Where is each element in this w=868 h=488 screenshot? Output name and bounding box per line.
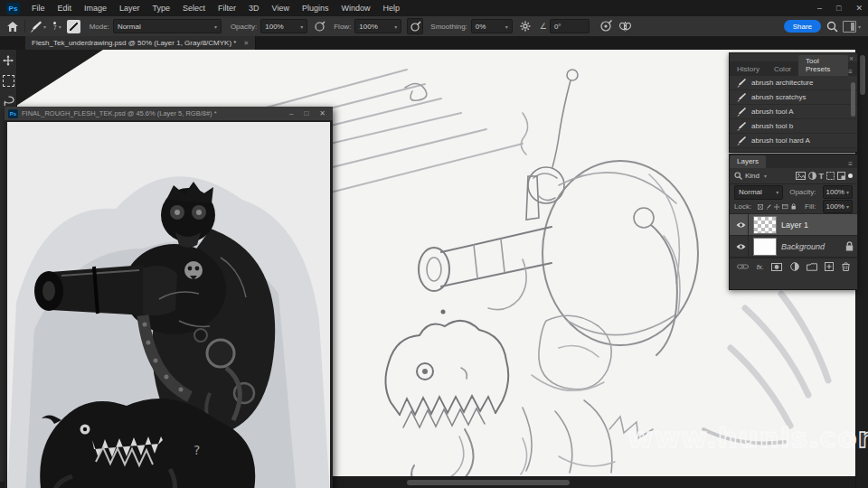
- panel-scrollbar[interactable]: [851, 82, 855, 117]
- home-icon[interactable]: [5, 19, 20, 33]
- scrollbar-thumb[interactable]: [860, 55, 865, 95]
- scrollbar-thumb[interactable]: [407, 480, 570, 485]
- photoshop-logo-icon[interactable]: Ps: [6, 3, 20, 14]
- list-item[interactable]: abrush architecture: [730, 76, 857, 90]
- layer-effects-icon[interactable]: fx.: [757, 263, 764, 271]
- layer-name[interactable]: Layer 1: [781, 221, 808, 230]
- floating-window-titlebar[interactable]: Ps FINAL_ROUGH_FLESH_TEK.psd @ 45.6% (La…: [5, 107, 333, 120]
- layer-opacity-field[interactable]: 100% ▾: [823, 185, 853, 199]
- layer-opacity-value: 100%: [826, 188, 844, 196]
- visibility-toggle[interactable]: [733, 214, 749, 235]
- lock-all-icon[interactable]: [791, 202, 796, 211]
- brush-preset-picker[interactable]: 7: [53, 22, 57, 32]
- minimize-button[interactable]: –: [289, 109, 293, 117]
- flow-select[interactable]: 100% ▾: [354, 19, 401, 33]
- layer-thumbnail[interactable]: [753, 238, 777, 256]
- chevron-down-icon: ▾: [211, 23, 217, 30]
- menu-item-select[interactable]: Select: [176, 4, 212, 13]
- close-tab-icon[interactable]: ✕: [243, 40, 249, 47]
- chevron-down-icon: ▾: [391, 23, 397, 30]
- filter-shape-icon[interactable]: [826, 172, 835, 180]
- maximize-button[interactable]: □: [304, 109, 308, 117]
- search-icon[interactable]: [826, 21, 838, 33]
- lock-artboard-icon[interactable]: [782, 202, 788, 211]
- tab-color[interactable]: Color: [767, 63, 798, 76]
- document-tab[interactable]: Flesh_Tek_underdrawing.psd @ 50% (Layer …: [25, 36, 256, 50]
- floating-window-canvas[interactable]: ?: [7, 122, 330, 488]
- chevron-down-icon: ▾: [764, 173, 767, 179]
- close-button[interactable]: ✕: [855, 4, 863, 13]
- pressure-size-icon[interactable]: [599, 19, 613, 33]
- menu-item-file[interactable]: File: [25, 4, 52, 13]
- list-item[interactable]: abrush tool A: [730, 105, 857, 119]
- mode-label: Mode:: [90, 23, 109, 31]
- marquee-tool-button[interactable]: [3, 75, 14, 87]
- menu-item-layer[interactable]: Layer: [113, 4, 146, 13]
- menu-item-view[interactable]: View: [266, 4, 296, 13]
- layer-lock-icon: [845, 241, 854, 251]
- menu-item-image[interactable]: Image: [78, 4, 113, 13]
- menu-bar: Ps File Edit Image Layer Type Select Fil…: [0, 0, 868, 16]
- adjustment-layer-icon[interactable]: [790, 262, 799, 271]
- preset-name: abrush architecture: [751, 79, 813, 87]
- list-item[interactable]: abrush tool b: [730, 119, 857, 134]
- menu-item-plugins[interactable]: Plugins: [296, 4, 335, 13]
- list-item[interactable]: abrush tool hard A: [730, 134, 857, 148]
- filter-smart-object-icon[interactable]: [837, 172, 845, 180]
- menu-item-3d[interactable]: 3D: [242, 4, 266, 13]
- kind-filter-select[interactable]: Kind: [745, 172, 760, 180]
- panel-menu-icon[interactable]: ≡: [848, 160, 853, 168]
- opacity-value: 100%: [265, 23, 283, 31]
- fill-field[interactable]: 100% ▾: [823, 200, 853, 213]
- lock-pixels-brush-icon[interactable]: [766, 202, 771, 211]
- floating-document-window[interactable]: Ps FINAL_ROUGH_FLESH_TEK.psd @ 45.6% (La…: [5, 107, 333, 488]
- layer-row-layer1[interactable]: Layer 1: [730, 214, 857, 236]
- close-panel-icon[interactable]: ✕: [849, 55, 854, 61]
- tab-tool-presets[interactable]: Tool Presets: [798, 55, 848, 76]
- menu-item-type[interactable]: Type: [146, 4, 177, 13]
- panel-menu-icon[interactable]: ≡: [848, 68, 853, 76]
- smoothing-select[interactable]: 0% ▾: [471, 19, 513, 33]
- filter-adjustment-icon[interactable]: [808, 172, 816, 180]
- brush-angle-field[interactable]: ∠ 0°: [540, 19, 590, 33]
- gear-icon[interactable]: [518, 19, 533, 33]
- toggle-brush-settings-button[interactable]: [67, 20, 80, 33]
- layer-blend-mode-select[interactable]: Normal ▾: [734, 185, 783, 200]
- airbrush-toggle-button[interactable]: [407, 18, 423, 34]
- minimize-button[interactable]: –: [817, 4, 822, 13]
- tab-history[interactable]: History: [730, 63, 767, 76]
- list-item[interactable]: abrush scratchys: [730, 90, 857, 105]
- layer-thumbnail[interactable]: [753, 216, 777, 234]
- layer-row-background[interactable]: Background: [730, 236, 857, 258]
- filter-type-icon[interactable]: T: [819, 172, 825, 181]
- filter-image-icon[interactable]: [796, 172, 806, 180]
- workspace-switcher-button[interactable]: ▾: [843, 21, 861, 33]
- maximize-button[interactable]: □: [836, 4, 841, 13]
- filter-toggle-icon[interactable]: [848, 174, 853, 178]
- menu-item-edit[interactable]: Edit: [52, 4, 79, 13]
- new-layer-icon[interactable]: [825, 262, 834, 271]
- layer-name[interactable]: Background: [781, 242, 825, 251]
- new-group-icon[interactable]: [807, 263, 817, 271]
- link-layers-icon[interactable]: [737, 263, 749, 270]
- menu-item-window[interactable]: Window: [335, 4, 377, 13]
- menu-item-filter[interactable]: Filter: [212, 4, 242, 13]
- symmetry-butterfly-icon[interactable]: [618, 19, 633, 33]
- watermark-text: www.hunls.com: [627, 421, 868, 454]
- move-tool-button[interactable]: [3, 55, 14, 66]
- trash-icon[interactable]: [842, 262, 850, 271]
- menu-item-help[interactable]: Help: [377, 4, 407, 13]
- opacity-select[interactable]: 100% ▾: [260, 19, 307, 33]
- blend-mode-select[interactable]: Normal ▾: [113, 19, 222, 33]
- pressure-opacity-icon[interactable]: [312, 19, 326, 33]
- close-button[interactable]: ✕: [319, 109, 326, 117]
- flow-value: 100%: [359, 23, 377, 31]
- brush-tool-button[interactable]: ▾: [30, 21, 46, 33]
- lock-position-icon[interactable]: [774, 202, 779, 211]
- lasso-tool-button[interactable]: [3, 96, 14, 107]
- add-mask-icon[interactable]: [771, 263, 782, 271]
- tab-layers[interactable]: Layers: [730, 155, 766, 168]
- lock-transparency-icon[interactable]: [758, 202, 763, 211]
- share-button[interactable]: Share: [784, 20, 821, 33]
- visibility-toggle[interactable]: [733, 236, 749, 257]
